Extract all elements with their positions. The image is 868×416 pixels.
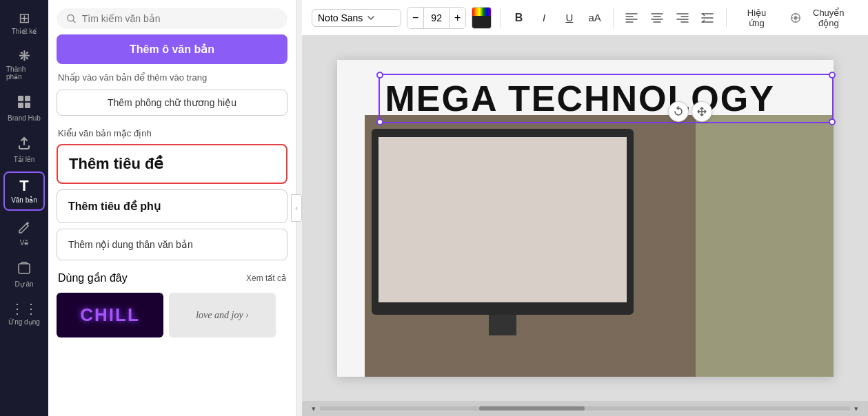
resize-handle-tl[interactable] [376,72,383,79]
decrease-font-size-button[interactable]: − [407,8,423,28]
scroll-right-button[interactable]: ▾ [850,402,862,415]
align-left-icon [625,13,638,23]
icon-sidebar: ⊞ Thiết kế ❋ Thành phần Brand Hub Tải lê… [0,0,48,416]
search-input-wrapper[interactable] [57,8,287,29]
monitor-shape [372,129,634,315]
toolbar-divider-2 [613,8,614,28]
rotate-icon [673,106,684,117]
move-icon [696,106,707,117]
bold-button[interactable]: B [509,7,529,29]
add-text-button[interactable]: Thêm ô văn bản [57,34,287,64]
font-size-control: − + [407,7,466,29]
monitor-screen [379,137,627,302]
effects-button[interactable]: Hiệu ứng [735,4,779,32]
svg-point-7 [794,16,797,19]
motion-label: Chuyển động [805,8,853,28]
motion-button[interactable]: Chuyển động [785,4,858,32]
recent-title: Dùng gần đây [58,271,128,284]
scroll-left-button[interactable]: ▾ [307,402,320,415]
heading-style-item[interactable]: Thêm tiêu đề [57,144,287,184]
sidebar-label-van-ban: Văn bản [11,196,37,204]
svg-rect-0 [18,96,23,101]
canvas-text-content: MEGA TECHNOLOGY [385,78,827,119]
increase-font-size-button[interactable]: + [450,8,465,28]
brand-icon [17,94,32,112]
components-icon: ❋ [19,49,30,63]
collapse-handle[interactable]: ‹ [291,194,302,222]
italic-button[interactable]: I [534,7,554,29]
chevron-down-icon [367,14,375,22]
font-selector[interactable]: Noto Sans [312,9,401,27]
svg-rect-2 [18,103,23,108]
room-background [696,115,834,377]
resize-handle-bl[interactable] [376,118,383,125]
case-button[interactable]: aA [585,7,605,29]
font-thumbnails: CHILL love and joy › [48,287,296,346]
sidebar-item-tai-len[interactable]: Tải lên [3,130,45,169]
sidebar-label-ung-dung: Ứng dụng [8,318,40,326]
sidebar-item-ve[interactable]: Vẽ [3,214,45,252]
sidebar-item-thanh-phan[interactable]: ❋ Thành phần [3,43,45,86]
line-spacing-button[interactable] [698,7,718,29]
body-style-item[interactable]: Thêm nội dung thân văn bản [57,229,287,260]
font-thumb-chill[interactable]: CHILL [57,293,163,337]
canvas-background: MEGA TECHNOLOGY [337,60,834,377]
font-thumb-love[interactable]: love and joy › [169,293,276,337]
align-center-icon [651,13,663,23]
monitor-stand [489,315,516,335]
main-area: Noto Sans − + B I U aA [302,0,868,416]
sidebar-item-brand-hub[interactable]: Brand Hub [3,89,45,127]
sidebar-label-thanh-phan: Thành phần [6,65,42,81]
font-name-label: Noto Sans [318,12,363,23]
align-center-button[interactable] [647,7,667,29]
upload-icon [17,136,32,153]
subheading-style-item[interactable]: Thêm tiêu đề phụ [57,189,287,223]
svg-rect-4 [19,264,30,273]
text-icon: T [19,178,28,194]
text-color-swatch[interactable] [472,7,492,29]
sidebar-item-ung-dung[interactable]: ⋮⋮ Ứng dụng [3,296,45,331]
brand-font-button[interactable]: Thêm phông chữ thương hiệu [57,90,287,116]
sidebar-label-brand-hub: Brand Hub [8,114,41,122]
sidebar-item-thiet-ke[interactable]: ⊞ Thiết kế [3,6,45,41]
svg-rect-1 [25,96,30,101]
top-toolbar: Noto Sans − + B I U aA [302,0,868,36]
resize-handle-tr[interactable] [829,72,836,79]
font-size-input[interactable] [423,8,450,28]
move-button[interactable] [692,101,712,122]
search-bar-container [48,0,296,34]
sidebar-label-tai-len: Tải lên [14,156,34,163]
recent-section: Dùng gần đây Xem tất cả [48,266,296,287]
scrollbar-track[interactable] [320,406,850,410]
scrollbar-area: ▾ ▾ [302,401,868,416]
sidebar-label-ve: Vẽ [20,239,29,247]
underline-button[interactable]: U [560,7,580,29]
line-spacing-icon [701,13,714,23]
canvas-area: MEGA TECHNOLOGY [302,36,868,401]
panel-sidebar: Thêm ô văn bản Nhấp vào văn bản để thêm … [48,0,296,416]
search-input[interactable] [82,13,278,24]
align-right-icon [676,13,689,23]
rotate-button[interactable] [668,101,689,122]
scrollbar-thumb[interactable] [479,406,585,410]
grid-icon: ⊞ [19,11,30,25]
sidebar-label-thiet-ke: Thiết kế [12,28,37,35]
project-icon [17,260,32,278]
color-swatch-current [472,16,491,28]
search-icon [66,13,77,24]
color-swatch-gradient [472,8,491,16]
toolbar-divider-3 [726,8,727,28]
align-right-button[interactable] [672,7,692,29]
align-left-button[interactable] [622,7,642,29]
svg-rect-3 [25,103,30,108]
effects-label: Hiệu ứng [740,8,774,28]
default-style-title: Kiểu văn bản mặc định [48,125,296,144]
resize-handle-br[interactable] [829,118,836,125]
see-all-link[interactable]: Xem tất cả [246,273,286,283]
sidebar-item-du-an[interactable]: Dự án [3,255,45,293]
toolbar-divider-1 [500,8,501,28]
sidebar-item-van-ban[interactable]: T Văn bản [3,171,45,211]
canvas-text-element[interactable]: MEGA TECHNOLOGY [379,74,834,123]
draw-icon [17,219,32,236]
motion-icon [790,12,801,24]
